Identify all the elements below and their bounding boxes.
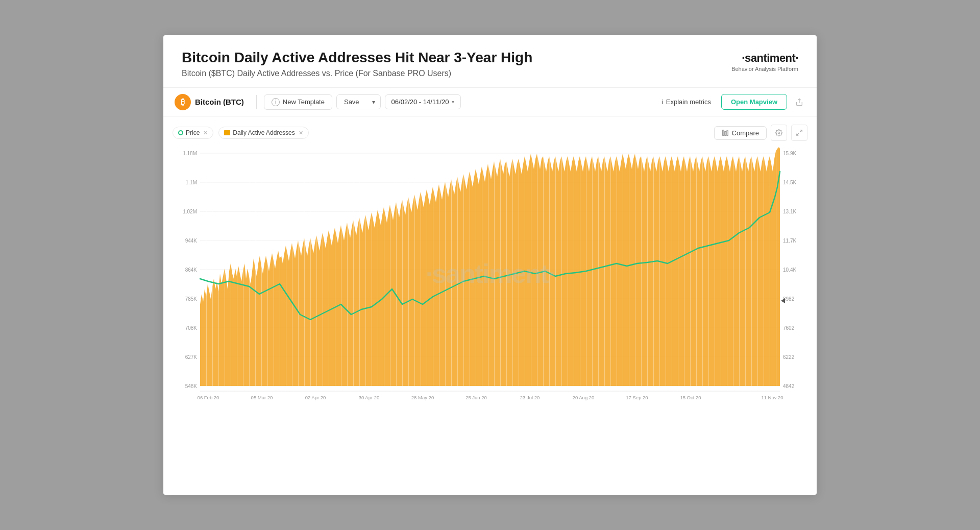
logo-text: ·santiment· [731, 52, 798, 65]
svg-rect-82 [666, 146, 666, 391]
logo-sub: Behavior Analysis Platform [731, 66, 798, 72]
chart-fullscreen-button[interactable] [791, 125, 807, 141]
share-button[interactable] [791, 94, 807, 110]
svg-rect-50 [470, 146, 470, 391]
svg-rect-19 [280, 146, 280, 391]
svg-rect-18 [274, 146, 274, 391]
x-label-5: 25 Jun 20 [465, 395, 487, 400]
y-label-1: 1.1M [186, 180, 197, 185]
compare-button[interactable]: Compare [714, 126, 767, 140]
svg-rect-35 [378, 146, 378, 391]
svg-rect-1 [724, 132, 725, 136]
svg-line-5 [797, 133, 799, 135]
svg-rect-59 [525, 146, 525, 391]
svg-rect-78 [641, 146, 642, 391]
svg-rect-36 [384, 146, 384, 391]
info-icon-explain: i [662, 98, 663, 106]
open-mapview-button[interactable]: Open Mapview [721, 94, 787, 110]
svg-rect-16 [261, 146, 262, 391]
svg-rect-79 [647, 146, 648, 391]
svg-rect-34 [372, 146, 372, 391]
svg-rect-51 [476, 146, 476, 391]
svg-rect-12 [237, 146, 237, 391]
y-label-5: 785K [185, 296, 198, 302]
bitcoin-icon: ₿ [175, 94, 191, 110]
svg-rect-77 [635, 146, 635, 391]
price-close-icon[interactable]: ✕ [203, 130, 208, 136]
svg-rect-89 [708, 146, 709, 391]
svg-rect-39 [402, 146, 403, 391]
main-title: Bitcoin Daily Active Addresses Hit Near … [182, 50, 532, 66]
x-label-9: 15 Oct 20 [680, 395, 701, 400]
svg-rect-44 [433, 146, 433, 391]
y-label-6: 708K [185, 325, 198, 331]
svg-rect-9 [218, 146, 219, 391]
y-label-8: 548K [185, 383, 198, 389]
svg-rect-84 [678, 146, 678, 391]
svg-rect-31 [353, 146, 354, 391]
chart-container: Price ✕ Daily Active Addresses ✕ Compare [163, 116, 817, 401]
svg-rect-91 [721, 146, 721, 391]
legend-daa[interactable]: Daily Active Addresses ✕ [218, 127, 308, 139]
explain-metrics-label: Explain metrics [666, 98, 711, 106]
svg-rect-38 [396, 146, 397, 391]
svg-rect-25 [316, 146, 317, 391]
chart-legend: Price ✕ Daily Active Addresses ✕ Compare [173, 125, 807, 141]
svg-rect-61 [537, 146, 537, 391]
svg-rect-13 [243, 146, 243, 391]
header-titles: Bitcoin Daily Active Addresses Hit Near … [182, 50, 532, 78]
svg-rect-86 [690, 146, 691, 391]
chart-actions: Compare [714, 125, 807, 141]
x-label-1: 05 Mar 20 [251, 395, 273, 400]
main-chart: 1.18M 1.1M 1.02M 944K 864K 785K 708K 627… [173, 146, 807, 401]
svg-rect-68 [580, 146, 580, 391]
y-label-7: 627K [185, 354, 198, 360]
daa-legend-label: Daily Active Addresses [233, 129, 295, 136]
svg-rect-92 [727, 146, 727, 391]
svg-rect-32 [359, 146, 360, 391]
x-label-6: 23 Jul 20 [520, 395, 540, 400]
svg-rect-15 [255, 146, 256, 391]
svg-rect-69 [586, 146, 586, 391]
main-card: Bitcoin Daily Active Addresses Hit Near … [163, 35, 817, 495]
svg-rect-54 [494, 146, 495, 391]
svg-rect-100 [776, 146, 776, 391]
new-template-button[interactable]: i New Template [264, 94, 332, 110]
svg-rect-67 [574, 146, 574, 391]
svg-rect-60 [531, 146, 531, 391]
explain-metrics-button[interactable]: i Explain metrics [655, 95, 717, 109]
svg-rect-7 [206, 146, 207, 391]
svg-point-3 [778, 132, 780, 134]
info-icon: i [272, 98, 280, 106]
svg-rect-93 [733, 146, 733, 391]
sub-title: Bitcoin ($BTC) Daily Active Addresses vs… [182, 69, 532, 78]
svg-rect-95 [745, 146, 746, 391]
svg-rect-96 [751, 146, 752, 391]
price-legend-label: Price [186, 129, 200, 136]
svg-rect-8 [212, 146, 213, 391]
svg-rect-49 [463, 146, 464, 391]
daa-close-icon[interactable]: ✕ [299, 130, 303, 136]
chevron-down-icon: ▾ [452, 99, 454, 105]
save-dropdown-button[interactable]: ▾ [367, 95, 380, 109]
svg-rect-40 [408, 146, 409, 391]
y-right-6: 7602 [783, 325, 795, 331]
save-button[interactable]: Save [337, 95, 366, 109]
svg-rect-21 [292, 146, 292, 391]
svg-rect-41 [414, 146, 415, 391]
y-right-1: 14.5K [783, 180, 796, 185]
svg-rect-81 [659, 146, 660, 391]
x-label-2: 02 Apr 20 [305, 395, 326, 400]
svg-rect-65 [561, 146, 562, 391]
chart-settings-button[interactable] [771, 125, 787, 141]
price-legend-icon [178, 130, 183, 135]
x-label-8: 17 Sep 20 [626, 395, 648, 400]
compare-label: Compare [732, 129, 759, 137]
x-label-4: 28 May 20 [411, 395, 434, 400]
chart-svg-wrapper: ·santiment· 1.18M 1.1M 1.02M 944K 864K 7… [173, 146, 807, 401]
svg-rect-75 [623, 146, 623, 391]
legend-price[interactable]: Price ✕ [173, 127, 213, 139]
coin-selector[interactable]: ₿ Bitcoin (BTC) [173, 92, 249, 112]
svg-line-4 [800, 130, 802, 132]
date-range-selector[interactable]: 06/02/20 - 14/11/20 ▾ [385, 94, 461, 109]
